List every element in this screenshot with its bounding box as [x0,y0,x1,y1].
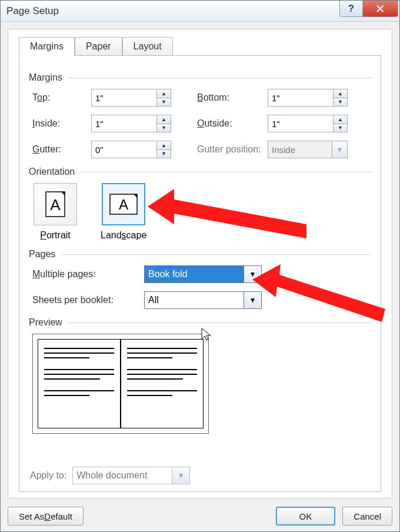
spinner-up-icon[interactable]: ▲ [334,89,347,98]
portrait-label: Portrait [40,230,71,241]
tab-content: Margins Top: ▲▼ Bottom: ▲▼ Inside: ▲▼ Ou… [19,55,381,492]
spinner-up-icon[interactable]: ▲ [157,141,171,150]
apply-to-label: Apply to: [30,470,66,481]
apply-to-row: Apply to: Whole document▼ [30,467,190,484]
inside-label: Inside: [32,118,91,129]
spinner-down-icon[interactable]: ▼ [157,150,171,158]
chevron-down-icon: ▼ [332,141,348,158]
pages-grid: Multiple pages: Book fold▼ Sheets per bo… [29,265,371,309]
landscape-label: Landscape [101,230,146,241]
apply-to-select[interactable]: Whole document▼ [72,467,190,484]
spinner-down-icon[interactable]: ▼ [157,98,171,107]
chevron-down-icon[interactable]: ▼ [244,291,262,309]
apply-to-value: Whole document [72,467,172,484]
spinner-down-icon[interactable]: ▼ [334,124,347,132]
svg-text:A: A [119,197,128,212]
top-spinner[interactable]: ▲▼ [91,89,174,107]
gutter-label: Gutter: [32,144,91,155]
bottom-label: Bottom: [197,92,268,103]
inside-input[interactable] [91,115,157,132]
margins-grid: Top: ▲▼ Bottom: ▲▼ Inside: ▲▼ Outside: ▲… [29,89,371,158]
titlebar: Page Setup ? ✕ [1,1,399,22]
gutter-position-label: Gutter position: [197,144,268,155]
cancel-button[interactable]: Cancel [342,507,392,526]
gutter-spinner[interactable]: ▲▼ [91,141,174,158]
preview-page-left [38,339,121,428]
portrait-icon: A [34,183,77,225]
gutter-position-value: Inside [268,141,332,158]
sheets-per-booklet-value: All [144,291,244,309]
outside-spinner[interactable]: ▲▼ [268,115,350,132]
top-label: Top: [32,92,91,103]
tab-paper[interactable]: Paper [75,37,122,56]
section-pages: Pages [29,249,55,260]
tab-layout[interactable]: Layout [122,37,173,56]
gutter-position-select: Inside▼ [268,141,348,158]
multiple-pages-value: Book fold [144,265,244,283]
preview-area [29,334,371,434]
spinner-up-icon[interactable]: ▲ [157,115,171,124]
close-button[interactable]: ✕ [363,1,398,17]
page-setup-dialog: Page Setup ? ✕ Margins Paper Layout Marg… [0,0,400,532]
top-input[interactable] [91,89,157,107]
sheets-per-booklet-label: Sheets per booklet: [32,295,144,305]
tab-margins[interactable]: Margins [19,37,75,56]
bottom-input[interactable] [268,89,334,107]
preview-page-right [121,339,204,428]
section-preview: Preview [29,317,62,328]
set-as-default-button[interactable]: Set As Default [8,507,84,526]
bottom-spinner[interactable]: ▲▼ [268,89,350,107]
multiple-pages-label: Multiple pages: [32,269,144,280]
tab-bar: Margins Paper Layout [19,36,381,55]
outside-label: Outside: [197,118,268,129]
spinner-down-icon[interactable]: ▼ [334,98,347,107]
outside-input[interactable] [268,115,334,132]
ok-button[interactable]: OK [276,507,336,526]
spinner-up-icon[interactable]: ▲ [157,89,171,98]
section-margins: Margins [29,72,62,83]
spinner-down-icon[interactable]: ▼ [157,124,171,132]
orientation-landscape[interactable]: A Landscape [101,183,146,241]
orientation-portrait[interactable]: A Portrait [34,183,77,241]
sheets-per-booklet-select[interactable]: All▼ [144,291,262,309]
preview-box [32,334,209,434]
cursor-icon [201,327,212,344]
section-orientation: Orientation [29,167,75,177]
chevron-down-icon[interactable]: ▼ [172,467,190,484]
landscape-icon: A [102,183,145,225]
help-button[interactable]: ? [339,1,363,17]
inside-spinner[interactable]: ▲▼ [91,115,174,132]
gutter-input[interactable] [91,141,157,158]
chevron-down-icon[interactable]: ▼ [244,265,262,283]
multiple-pages-select[interactable]: Book fold▼ [144,265,262,283]
dialog-title: Page Setup [6,5,59,17]
dialog-body: Margins Paper Layout Margins Top: ▲▼ Bot… [8,29,392,498]
spinner-up-icon[interactable]: ▲ [334,115,347,124]
dialog-footer: Set As Default OK Cancel [8,507,392,526]
orientation-group: A Portrait A Landscape [29,183,371,241]
svg-text:A: A [50,196,61,214]
